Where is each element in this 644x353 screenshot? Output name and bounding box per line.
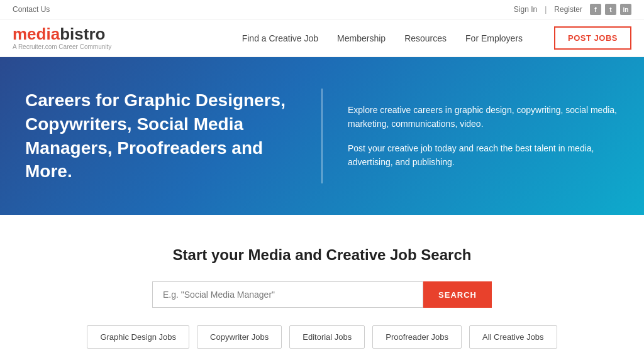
hero-desc2: Post your creative job today and reach t…	[348, 141, 619, 170]
search-input[interactable]	[152, 281, 423, 308]
logo-bistro: bistro	[60, 24, 105, 43]
logo-text: mediabistro	[13, 26, 111, 42]
nav-employers[interactable]: For Employers	[465, 33, 523, 43]
facebook-icon[interactable]: f	[590, 4, 601, 15]
quick-link-proofreader[interactable]: Proofreader Jobs	[372, 325, 462, 349]
hero-banner: Careers for Graphic Designers, Copywrite…	[0, 57, 644, 215]
hero-left: Careers for Graphic Designers, Copywrite…	[25, 89, 296, 183]
signin-link[interactable]: Sign In	[514, 5, 537, 14]
hero-headline: Careers for Graphic Designers, Copywrite…	[25, 89, 296, 183]
quick-link-graphic-design[interactable]: Graphic Design Jobs	[87, 325, 189, 349]
nav-resources[interactable]: Resources	[404, 33, 447, 43]
contact-us[interactable]: Contact Us	[13, 5, 50, 14]
linkedin-icon[interactable]: in	[620, 4, 631, 15]
twitter-icon[interactable]: t	[605, 4, 616, 15]
top-bar-right: Sign In | Register f t in	[514, 4, 631, 15]
quick-link-all-creative[interactable]: All Creative Jobs	[469, 325, 557, 349]
hero-right: Explore creative careers in graphic desi…	[348, 103, 619, 170]
hero-divider	[321, 89, 323, 183]
hero-desc1: Explore creative careers in graphic desi…	[348, 103, 619, 131]
quick-link-copywriter[interactable]: Copywriter Jobs	[197, 325, 282, 349]
search-title: Start your Media and Creative Job Search	[13, 246, 631, 264]
logo-media: media	[13, 24, 60, 43]
main-nav: Find a Creative Job Membership Resources…	[242, 26, 631, 50]
top-bar: Contact Us Sign In | Register f t in	[0, 0, 644, 19]
social-icons: f t in	[590, 4, 631, 15]
search-button[interactable]: SEARCH	[423, 281, 492, 308]
register-link[interactable]: Register	[554, 5, 582, 14]
search-section: Start your Media and Creative Job Search…	[0, 215, 644, 353]
header: mediabistro A Recruiter.com Career Commu…	[0, 19, 644, 57]
nav-membership[interactable]: Membership	[337, 33, 386, 43]
quick-links: Graphic Design Jobs Copywriter Jobs Edit…	[13, 325, 631, 349]
search-bar: SEARCH	[152, 281, 492, 308]
divider: |	[545, 5, 547, 14]
post-jobs-button[interactable]: POST JOBS	[554, 26, 631, 50]
quick-link-editorial[interactable]: Editorial Jobs	[289, 325, 365, 349]
logo-subtitle: A Recruiter.com Career Community	[13, 43, 111, 50]
logo[interactable]: mediabistro A Recruiter.com Career Commu…	[13, 26, 111, 50]
nav-find-job[interactable]: Find a Creative Job	[242, 33, 318, 43]
